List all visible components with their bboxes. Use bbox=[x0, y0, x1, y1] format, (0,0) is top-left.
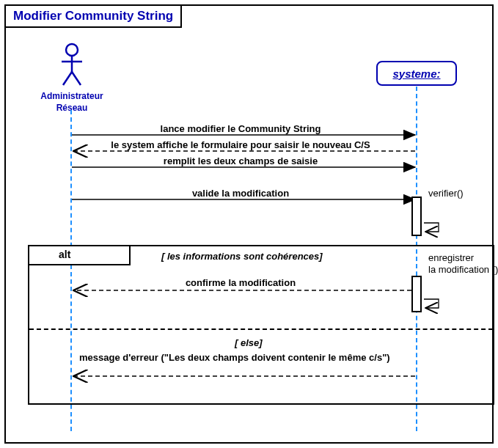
alt-divider bbox=[29, 328, 493, 330]
msg-affiche: le system affiche le formulaire pour sai… bbox=[87, 139, 395, 150]
msg-valide: valide la modification bbox=[167, 188, 314, 199]
alt-fragment: alt [ les informations sont cohérences] … bbox=[28, 245, 494, 405]
msg-lance: lance modifier le Community String bbox=[131, 123, 351, 134]
diagram-frame: Modifier Community String Administrateur… bbox=[4, 4, 494, 444]
alt-operator-text: alt bbox=[59, 249, 70, 260]
exec-verifier bbox=[411, 197, 422, 236]
alt-guard-2: [ else] bbox=[235, 337, 263, 348]
alt-guard-1: [ les informations sont cohérences] bbox=[161, 251, 323, 262]
alt-operator: alt bbox=[28, 245, 131, 265]
msg-verifier: verifier() bbox=[428, 188, 464, 199]
msg-remplit: remplit les deux champs de saisie bbox=[131, 155, 351, 166]
